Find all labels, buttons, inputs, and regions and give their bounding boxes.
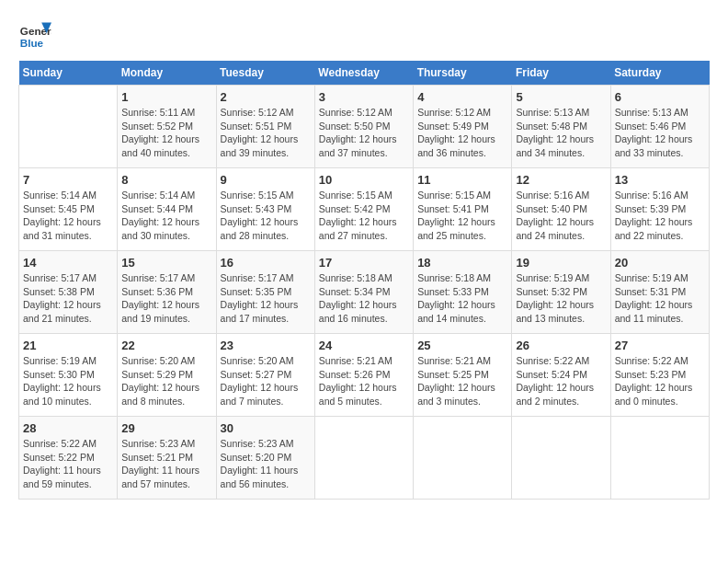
calendar-cell: 13Sunrise: 5:16 AM Sunset: 5:39 PM Dayli… <box>610 168 709 251</box>
day-number: 26 <box>516 339 606 352</box>
calendar-week-row: 7Sunrise: 5:14 AM Sunset: 5:45 PM Daylig… <box>19 168 710 251</box>
calendar-cell: 7Sunrise: 5:14 AM Sunset: 5:45 PM Daylig… <box>19 168 118 251</box>
calendar-cell: 17Sunrise: 5:18 AM Sunset: 5:34 PM Dayli… <box>314 251 413 334</box>
calendar-cell: 22Sunrise: 5:20 AM Sunset: 5:29 PM Dayli… <box>118 334 216 417</box>
calendar-cell: 20Sunrise: 5:19 AM Sunset: 5:31 PM Dayli… <box>610 251 709 334</box>
day-info: Sunrise: 5:13 AM Sunset: 5:46 PM Dayligh… <box>615 106 705 160</box>
day-info: Sunrise: 5:18 AM Sunset: 5:33 PM Dayligh… <box>417 271 507 326</box>
calendar-cell: 12Sunrise: 5:16 AM Sunset: 5:40 PM Dayli… <box>512 168 610 251</box>
calendar-cell: 30Sunrise: 5:23 AM Sunset: 5:20 PM Dayli… <box>216 417 314 500</box>
day-number: 13 <box>615 173 705 187</box>
day-info: Sunrise: 5:21 AM Sunset: 5:26 PM Dayligh… <box>319 354 409 408</box>
calendar-cell: 18Sunrise: 5:18 AM Sunset: 5:33 PM Dayli… <box>414 251 512 334</box>
calendar-cell: 14Sunrise: 5:17 AM Sunset: 5:38 PM Dayli… <box>19 251 118 334</box>
day-number: 7 <box>23 173 113 187</box>
day-number: 5 <box>516 90 606 104</box>
calendar-cell: 2Sunrise: 5:12 AM Sunset: 5:51 PM Daylig… <box>216 86 314 168</box>
day-info: Sunrise: 5:23 AM Sunset: 5:21 PM Dayligh… <box>121 437 211 491</box>
day-info: Sunrise: 5:12 AM Sunset: 5:50 PM Dayligh… <box>319 106 409 160</box>
day-number: 21 <box>23 339 113 352</box>
day-number: 10 <box>319 173 409 187</box>
calendar-cell: 9Sunrise: 5:15 AM Sunset: 5:43 PM Daylig… <box>216 168 314 251</box>
calendar-cell: 16Sunrise: 5:17 AM Sunset: 5:35 PM Dayli… <box>216 251 314 334</box>
calendar-cell <box>610 417 709 500</box>
weekday-header: Wednesday <box>314 61 413 86</box>
day-number: 3 <box>319 90 409 104</box>
day-number: 25 <box>417 339 507 352</box>
calendar-week-row: 1Sunrise: 5:11 AM Sunset: 5:52 PM Daylig… <box>19 86 710 168</box>
day-info: Sunrise: 5:23 AM Sunset: 5:20 PM Dayligh… <box>221 437 311 491</box>
day-number: 4 <box>417 90 507 104</box>
weekday-header: Monday <box>118 61 216 86</box>
calendar-cell: 4Sunrise: 5:12 AM Sunset: 5:49 PM Daylig… <box>414 86 512 168</box>
calendar-cell: 28Sunrise: 5:22 AM Sunset: 5:22 PM Dayli… <box>19 417 118 500</box>
day-info: Sunrise: 5:12 AM Sunset: 5:51 PM Dayligh… <box>221 106 311 160</box>
day-number: 20 <box>615 256 705 270</box>
day-number: 15 <box>121 256 211 270</box>
day-number: 16 <box>221 256 311 270</box>
logo-icon: General Blue <box>18 18 51 52</box>
day-number: 2 <box>221 90 311 104</box>
day-info: Sunrise: 5:20 AM Sunset: 5:29 PM Dayligh… <box>121 354 211 408</box>
day-number: 23 <box>221 339 311 352</box>
day-number: 1 <box>121 90 211 104</box>
day-info: Sunrise: 5:11 AM Sunset: 5:52 PM Dayligh… <box>121 106 211 160</box>
weekday-header: Thursday <box>414 61 512 86</box>
day-info: Sunrise: 5:22 AM Sunset: 5:23 PM Dayligh… <box>615 354 705 408</box>
calendar-cell: 6Sunrise: 5:13 AM Sunset: 5:46 PM Daylig… <box>610 86 709 168</box>
day-info: Sunrise: 5:17 AM Sunset: 5:35 PM Dayligh… <box>221 271 311 326</box>
day-number: 9 <box>221 173 311 187</box>
day-info: Sunrise: 5:18 AM Sunset: 5:34 PM Dayligh… <box>319 271 409 326</box>
day-info: Sunrise: 5:13 AM Sunset: 5:48 PM Dayligh… <box>516 106 606 160</box>
page-header: General Blue <box>18 18 710 52</box>
day-number: 11 <box>417 173 507 187</box>
calendar-cell: 10Sunrise: 5:15 AM Sunset: 5:42 PM Dayli… <box>314 168 413 251</box>
calendar-cell: 8Sunrise: 5:14 AM Sunset: 5:44 PM Daylig… <box>118 168 216 251</box>
calendar-cell: 29Sunrise: 5:23 AM Sunset: 5:21 PM Dayli… <box>118 417 216 500</box>
calendar-cell <box>314 417 413 500</box>
calendar-cell: 21Sunrise: 5:19 AM Sunset: 5:30 PM Dayli… <box>19 334 118 417</box>
day-info: Sunrise: 5:19 AM Sunset: 5:30 PM Dayligh… <box>23 354 113 408</box>
calendar-cell: 25Sunrise: 5:21 AM Sunset: 5:25 PM Dayli… <box>414 334 512 417</box>
day-info: Sunrise: 5:15 AM Sunset: 5:43 PM Dayligh… <box>221 189 311 243</box>
calendar-cell: 1Sunrise: 5:11 AM Sunset: 5:52 PM Daylig… <box>118 86 216 168</box>
day-info: Sunrise: 5:16 AM Sunset: 5:40 PM Dayligh… <box>516 189 606 243</box>
day-number: 30 <box>221 421 311 435</box>
day-number: 18 <box>417 256 507 270</box>
weekday-header: Saturday <box>610 61 709 86</box>
day-number: 14 <box>23 256 113 270</box>
day-info: Sunrise: 5:20 AM Sunset: 5:27 PM Dayligh… <box>221 354 311 408</box>
day-number: 28 <box>23 421 113 435</box>
day-number: 27 <box>615 339 705 352</box>
day-info: Sunrise: 5:14 AM Sunset: 5:44 PM Dayligh… <box>121 189 211 243</box>
weekday-header: Friday <box>512 61 610 86</box>
day-info: Sunrise: 5:14 AM Sunset: 5:45 PM Dayligh… <box>23 189 113 243</box>
calendar-cell: 27Sunrise: 5:22 AM Sunset: 5:23 PM Dayli… <box>610 334 709 417</box>
calendar-cell: 11Sunrise: 5:15 AM Sunset: 5:41 PM Dayli… <box>414 168 512 251</box>
svg-text:Blue: Blue <box>20 37 44 49</box>
weekday-header: Tuesday <box>216 61 314 86</box>
calendar-week-row: 21Sunrise: 5:19 AM Sunset: 5:30 PM Dayli… <box>19 334 710 417</box>
day-number: 12 <box>516 173 606 187</box>
day-info: Sunrise: 5:12 AM Sunset: 5:49 PM Dayligh… <box>417 106 507 160</box>
day-number: 8 <box>121 173 211 187</box>
day-number: 22 <box>121 339 211 352</box>
calendar-cell: 15Sunrise: 5:17 AM Sunset: 5:36 PM Dayli… <box>118 251 216 334</box>
day-info: Sunrise: 5:22 AM Sunset: 5:24 PM Dayligh… <box>516 354 606 408</box>
calendar-week-row: 28Sunrise: 5:22 AM Sunset: 5:22 PM Dayli… <box>19 417 710 500</box>
day-number: 6 <box>615 90 705 104</box>
calendar-cell <box>512 417 610 500</box>
calendar-cell: 19Sunrise: 5:19 AM Sunset: 5:32 PM Dayli… <box>512 251 610 334</box>
logo: General Blue <box>18 18 51 52</box>
calendar-cell <box>19 86 118 168</box>
day-number: 19 <box>516 256 606 270</box>
calendar-week-row: 14Sunrise: 5:17 AM Sunset: 5:38 PM Dayli… <box>19 251 710 334</box>
calendar-cell: 5Sunrise: 5:13 AM Sunset: 5:48 PM Daylig… <box>512 86 610 168</box>
day-info: Sunrise: 5:15 AM Sunset: 5:41 PM Dayligh… <box>417 189 507 243</box>
calendar-table: SundayMondayTuesdayWednesdayThursdayFrid… <box>18 61 710 500</box>
calendar-cell <box>414 417 512 500</box>
calendar-header: SundayMondayTuesdayWednesdayThursdayFrid… <box>19 61 710 86</box>
calendar-cell: 26Sunrise: 5:22 AM Sunset: 5:24 PM Dayli… <box>512 334 610 417</box>
day-number: 17 <box>319 256 409 270</box>
day-info: Sunrise: 5:19 AM Sunset: 5:32 PM Dayligh… <box>516 271 606 326</box>
